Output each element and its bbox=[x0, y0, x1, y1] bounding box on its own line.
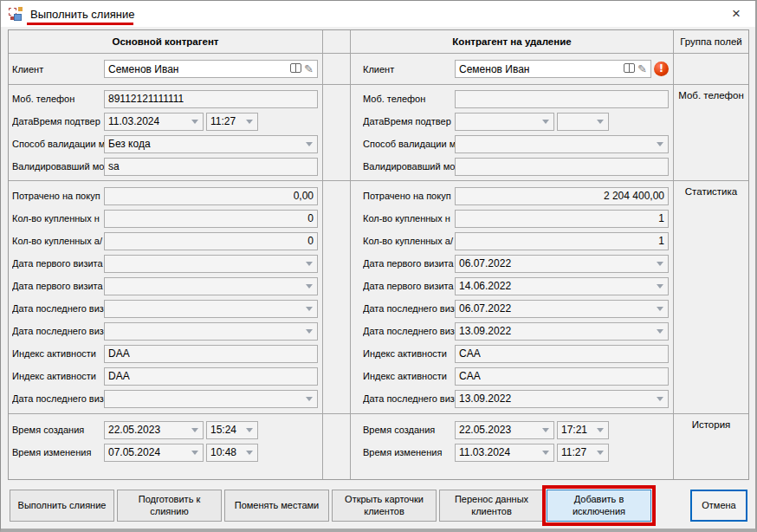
field-control-area: 13.09.2022 bbox=[455, 322, 669, 341]
field-control-area: DAA bbox=[104, 345, 318, 363]
dropdown[interactable] bbox=[104, 300, 318, 318]
dropdown-arrow-icon bbox=[597, 451, 604, 458]
transfer-client-data-button[interactable]: Перенос данных клиентов bbox=[439, 490, 544, 522]
number-input[interactable]: 2 204 400,00 bbox=[455, 187, 669, 205]
date-picker[interactable] bbox=[455, 113, 554, 131]
book-icon[interactable] bbox=[624, 63, 635, 75]
field-row: Дата последнего виз bbox=[12, 297, 322, 320]
client-lookup-field[interactable]: Семенов Иван✎ bbox=[455, 60, 651, 78]
text-input[interactable]: CAA bbox=[455, 367, 669, 386]
time-picker[interactable] bbox=[557, 113, 609, 131]
field-control-area bbox=[104, 277, 318, 295]
dropdown[interactable]: 06.07.2022 bbox=[455, 255, 669, 273]
dropdown-arrow-icon bbox=[191, 120, 198, 127]
dropdown-arrow-icon bbox=[191, 451, 198, 458]
number-input[interactable]: 1 bbox=[455, 232, 669, 250]
text-input[interactable]: sa bbox=[104, 158, 318, 176]
number-input[interactable]: 0,00 bbox=[104, 187, 318, 205]
field-control-area: 06.07.2022 bbox=[455, 300, 669, 318]
time-picker[interactable]: 17:21 bbox=[557, 421, 609, 439]
left-panel-cell: Потрачено на покуп0,00Кол-во купленных н… bbox=[9, 181, 322, 413]
field-control-area: 1 bbox=[455, 210, 669, 228]
cancel-button[interactable]: Отмена bbox=[690, 490, 747, 522]
field-value: DAA bbox=[108, 347, 130, 360]
client-lookup-field[interactable]: Семенов Иван✎ bbox=[104, 60, 318, 78]
field-value: 0 bbox=[307, 212, 314, 224]
dropdown[interactable]: 13.09.2022 bbox=[455, 390, 669, 408]
dropdown[interactable]: Без кода bbox=[104, 135, 318, 153]
date-picker[interactable]: 22.05.2023 bbox=[455, 421, 554, 439]
field-row: Кол-во купленных н1 bbox=[363, 207, 673, 230]
field-row: Валидировавший мо bbox=[363, 155, 673, 178]
close-icon[interactable]: × bbox=[726, 4, 747, 23]
field-label: Дата первого визита bbox=[363, 258, 455, 269]
date-picker[interactable]: 22.05.2023 bbox=[104, 421, 204, 439]
text-input[interactable] bbox=[455, 158, 669, 176]
field-row: Моб. телефон bbox=[363, 88, 673, 110]
field-label: Способ валидации м bbox=[12, 139, 104, 149]
app-icon bbox=[9, 7, 23, 21]
time-picker[interactable]: 10:48 bbox=[206, 444, 258, 462]
number-input[interactable]: 0 bbox=[104, 210, 318, 228]
field-control-area: 07.05.202410:48 bbox=[104, 444, 318, 462]
merge-dialog-window: Выполнить слияние × Основной контрагент … bbox=[0, 0, 757, 532]
field-value: sa bbox=[108, 160, 120, 172]
field-value: 1 bbox=[658, 212, 664, 224]
date-picker[interactable]: 11.03.2024 bbox=[104, 113, 204, 131]
add-to-exceptions-button[interactable]: Добавить в исключения bbox=[547, 490, 651, 522]
merge-button[interactable]: Выполнить слияние bbox=[10, 490, 114, 522]
field-value: 0,00 bbox=[294, 190, 314, 202]
field-value: 07.05.2024 bbox=[108, 446, 160, 458]
dropdown[interactable]: 14.06.2022 bbox=[455, 277, 669, 295]
time-picker[interactable]: 15:24 bbox=[206, 421, 258, 439]
dropdown[interactable] bbox=[455, 135, 669, 153]
field-label: Индекс активности bbox=[363, 348, 455, 359]
date-picker[interactable]: 11.03.2024 bbox=[455, 444, 554, 462]
field-value: 11.03.2024 bbox=[459, 446, 510, 458]
text-input[interactable]: CAA bbox=[455, 345, 669, 363]
gutter-cell bbox=[322, 85, 350, 180]
right-panel-cell: Время создания22.05.202317:21Время измен… bbox=[350, 414, 673, 479]
date-picker[interactable]: 07.05.2024 bbox=[104, 444, 204, 462]
open-client-cards-button[interactable]: Открыть карточки клиентов bbox=[332, 490, 437, 522]
book-icon[interactable] bbox=[290, 63, 301, 75]
text-input[interactable]: DAA bbox=[104, 345, 318, 363]
dropdown[interactable]: 06.07.2022 bbox=[455, 300, 669, 318]
number-input[interactable]: 0 bbox=[104, 232, 318, 250]
pencil-icon[interactable]: ✎ bbox=[304, 63, 314, 75]
field-row: Индекс активностиCAA bbox=[363, 365, 673, 387]
field-value: Без кода bbox=[108, 138, 151, 150]
time-picker[interactable]: 11:27 bbox=[206, 113, 258, 131]
dropdown[interactable] bbox=[104, 390, 318, 408]
field-label: Клиент bbox=[12, 64, 104, 75]
gutter-header bbox=[322, 30, 350, 53]
swap-button[interactable]: Поменять местами bbox=[224, 490, 329, 522]
field-control-area: 22.05.202315:24 bbox=[104, 421, 318, 439]
prepare-merge-button[interactable]: Подготовить к слиянию bbox=[117, 490, 222, 522]
field-control-area: CAA bbox=[455, 367, 669, 386]
dropdown-arrow-icon bbox=[542, 451, 549, 458]
button-label: Отмена bbox=[702, 500, 735, 512]
button-label: Выполнить слияние bbox=[18, 500, 107, 512]
dropdown[interactable]: 13.09.2022 bbox=[455, 322, 669, 341]
field-row: Кол-во купленных а/1 bbox=[363, 230, 673, 252]
field-label: Кол-во купленных а/ bbox=[12, 236, 104, 246]
field-label: Дата первого визита bbox=[12, 258, 104, 269]
dropdown[interactable] bbox=[104, 277, 318, 295]
button-label: Подготовить к слиянию bbox=[121, 494, 217, 518]
dropdown[interactable] bbox=[104, 255, 318, 273]
text-input[interactable]: 89112121111111 bbox=[104, 90, 318, 108]
text-input[interactable]: DAA bbox=[104, 367, 318, 386]
text-input[interactable] bbox=[455, 90, 669, 108]
field-label: Кол-во купленных н bbox=[12, 213, 104, 224]
number-input[interactable]: 1 bbox=[455, 210, 669, 228]
field-row: Время создания22.05.202317:21 bbox=[363, 418, 673, 441]
table-section: Время создания22.05.202315:24Время измен… bbox=[9, 413, 748, 479]
dropdown[interactable] bbox=[104, 322, 318, 341]
field-row: Кол-во купленных н0 bbox=[12, 207, 322, 230]
time-picker[interactable]: 11:27 bbox=[557, 444, 609, 462]
field-label: Индекс активности bbox=[363, 371, 455, 381]
field-label: Время создания bbox=[363, 425, 455, 435]
pencil-icon[interactable]: ✎ bbox=[637, 63, 647, 75]
field-control-area: CAA bbox=[455, 345, 669, 363]
